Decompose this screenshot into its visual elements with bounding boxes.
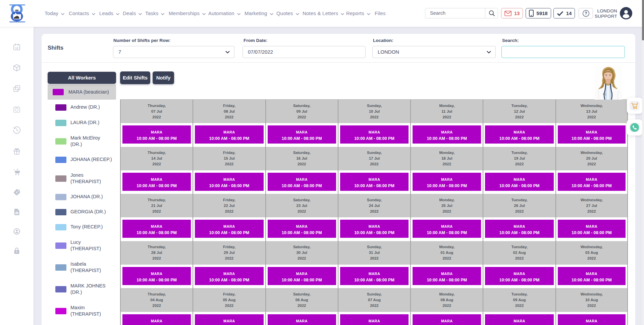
svg-text:12: 12 <box>15 46 18 50</box>
